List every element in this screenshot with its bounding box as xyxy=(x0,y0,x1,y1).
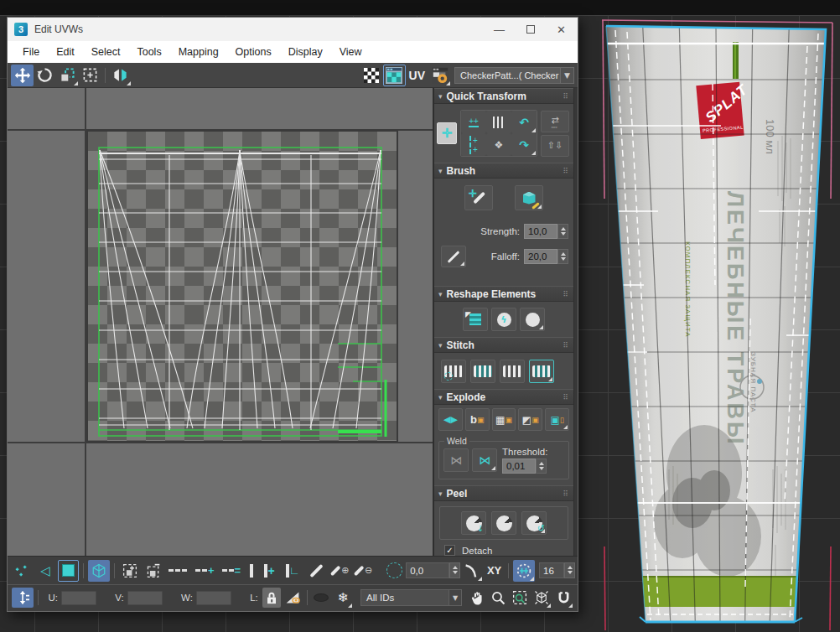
stitch-selected-button[interactable] xyxy=(529,360,554,383)
detach-edge-verts-button[interactable]: b▣ xyxy=(465,408,490,431)
freeform-tool-button[interactable] xyxy=(79,65,101,86)
maximize-button[interactable] xyxy=(526,25,535,34)
u-coordinate-field[interactable] xyxy=(61,591,96,605)
zoom-button[interactable] xyxy=(489,587,509,609)
rollout-stitch[interactable]: ▾ Stitch ⠿ xyxy=(434,337,573,353)
soft-selection-value[interactable]: 0,0 xyxy=(406,562,449,578)
falloff-value[interactable]: 20,0 xyxy=(524,249,557,264)
uv-canvas[interactable] xyxy=(8,88,433,556)
align-selection-button[interactable]: ✛ xyxy=(437,122,457,144)
zoom-region-button[interactable] xyxy=(511,587,531,609)
soft-selection-toggle[interactable] xyxy=(383,560,405,582)
stitch-to-target-button[interactable] xyxy=(470,360,495,383)
grow-ring-button[interactable]: + xyxy=(259,560,281,582)
rollout-peel[interactable]: ▾ Peel ⠿ xyxy=(434,485,573,501)
distribute-horizontal-button[interactable]: ⇄▫▫▫ xyxy=(541,111,569,132)
menu-tools[interactable]: Tools xyxy=(128,46,169,58)
pan-button[interactable] xyxy=(467,587,487,609)
spinner-arrows-icon[interactable] xyxy=(557,224,568,239)
material-id-dropdown[interactable]: All IDs ▼ xyxy=(360,589,462,606)
threshold-spinner[interactable]: 0,01 xyxy=(502,458,547,474)
edge-mode-button[interactable]: ◁ xyxy=(34,560,56,582)
rollout-explode[interactable]: ▾ Explode ⠿ xyxy=(434,389,573,405)
stitch-to-source-button[interactable] xyxy=(500,360,525,383)
relax-button[interactable]: ϟ xyxy=(491,308,516,331)
window-titlebar[interactable]: 3 Edit UVWs — ✕ xyxy=(8,18,578,41)
straighten-element-button[interactable] xyxy=(520,308,545,331)
edge-column-icon[interactable] xyxy=(246,560,257,582)
grow-selection-button[interactable] xyxy=(119,560,141,582)
relax-brush-button[interactable] xyxy=(515,185,543,210)
rollout-brush[interactable]: ▾ Brush ⠿ xyxy=(434,163,573,179)
align-vertical-button[interactable]: ++ xyxy=(461,133,486,156)
strength-value[interactable]: 10,0 xyxy=(524,224,557,239)
vertex-mode-button[interactable] xyxy=(11,560,33,582)
spinner-arrows-icon[interactable] xyxy=(536,458,547,474)
filter-selected-faces-toggle[interactable] xyxy=(283,588,303,608)
v-coordinate-field[interactable] xyxy=(127,591,163,605)
detach-checkbox[interactable]: ✓ xyxy=(444,545,455,556)
menu-edit[interactable]: Edit xyxy=(48,46,83,58)
weld-threshold-value[interactable]: 16 xyxy=(539,562,564,578)
falloff-spinner[interactable]: 20,0 xyxy=(524,249,568,264)
rollout-quick-transform[interactable]: ▾ Quick Transform ⠿ xyxy=(434,88,573,104)
distribute-vertical-button[interactable]: ⇧⇩ xyxy=(541,135,569,157)
minimize-button[interactable]: — xyxy=(494,23,505,36)
flatten-by-smoothing-group-button[interactable]: ◩▣ xyxy=(518,408,542,431)
paint-select-button[interactable] xyxy=(305,560,327,582)
paint-select-add-button[interactable]: ⊕ xyxy=(329,560,350,582)
select-loop-button[interactable] xyxy=(166,560,191,582)
uv-space-label[interactable]: UV xyxy=(409,69,425,82)
texture-options-button[interactable] xyxy=(428,65,451,86)
relax-until-flat-button[interactable]: ◤ xyxy=(463,308,488,331)
lock-selection-toggle[interactable] xyxy=(262,588,281,608)
w-coordinate-field[interactable] xyxy=(196,591,231,605)
absolute-offset-toggle[interactable] xyxy=(12,588,34,608)
stitch-custom-button[interactable] xyxy=(441,360,466,383)
break-button[interactable]: ◀▶ xyxy=(438,408,463,431)
move-tool-button[interactable] xyxy=(11,65,34,86)
spinner-arrows-icon[interactable] xyxy=(564,562,575,578)
weld-selected-button[interactable]: ⋈ xyxy=(443,448,469,472)
snap-button[interactable] xyxy=(553,587,573,609)
face-mode-button[interactable] xyxy=(58,560,80,582)
hidden-toggle[interactable] xyxy=(311,587,331,609)
rotate-cw-button[interactable]: ↷ xyxy=(511,133,537,156)
shrink-selection-button[interactable] xyxy=(143,560,164,582)
reset-peel-button[interactable]: ↺ xyxy=(521,511,547,535)
grow-loop-button[interactable]: + xyxy=(192,560,217,582)
scale-tool-button[interactable] xyxy=(56,65,79,86)
spinner-arrows-icon[interactable] xyxy=(449,562,460,578)
panel-scrollbar[interactable] xyxy=(573,88,578,556)
menu-view[interactable]: View xyxy=(331,46,371,58)
threshold-value[interactable]: 0,01 xyxy=(502,458,536,474)
menu-select[interactable]: Select xyxy=(83,46,129,58)
shrink-loop-button[interactable]: = xyxy=(219,560,244,582)
quick-peel-button[interactable]: ↓ xyxy=(461,511,486,535)
menu-display[interactable]: Display xyxy=(280,46,331,58)
menu-options[interactable]: Options xyxy=(227,46,280,58)
straighten-selection-button[interactable] xyxy=(486,111,511,133)
close-button[interactable]: ✕ xyxy=(557,23,566,36)
show-map-toggle-button[interactable] xyxy=(360,65,383,86)
target-weld-button[interactable]: ⋈ xyxy=(472,448,497,472)
texture-select-dropdown[interactable]: CheckerPatt...( Checker ) ▼ xyxy=(454,67,574,84)
strength-spinner[interactable]: 10,0 xyxy=(524,224,568,239)
falloff-curve-button[interactable] xyxy=(441,246,466,267)
move-brush-button[interactable]: ✛ xyxy=(464,185,493,210)
soft-selection-spinner[interactable]: 0,0 xyxy=(406,562,460,578)
rollout-reshape-elements[interactable]: ▾ Reshape Elements ⠿ xyxy=(434,286,573,302)
flatten-by-polygon-button[interactable]: ▦▣ xyxy=(492,408,516,431)
rotate-ccw-button[interactable]: ↶ xyxy=(511,111,537,133)
peel-mode-button[interactable] xyxy=(491,511,516,535)
select-element-toggle[interactable] xyxy=(88,560,110,582)
weld-threshold-toggle[interactable] xyxy=(513,560,535,582)
paint-select-subtract-button[interactable]: ⊖ xyxy=(352,560,374,582)
align-horizontal-button[interactable]: ++ xyxy=(461,111,486,133)
menu-file[interactable]: File xyxy=(14,46,48,58)
shrink-ring-button[interactable]: ∟ xyxy=(282,560,303,582)
zoom-extents-button[interactable] xyxy=(531,587,552,609)
mirror-tool-button[interactable] xyxy=(109,65,132,86)
menu-mapping[interactable]: Mapping xyxy=(170,46,227,58)
freeze-toggle[interactable]: ❄ xyxy=(333,587,353,609)
